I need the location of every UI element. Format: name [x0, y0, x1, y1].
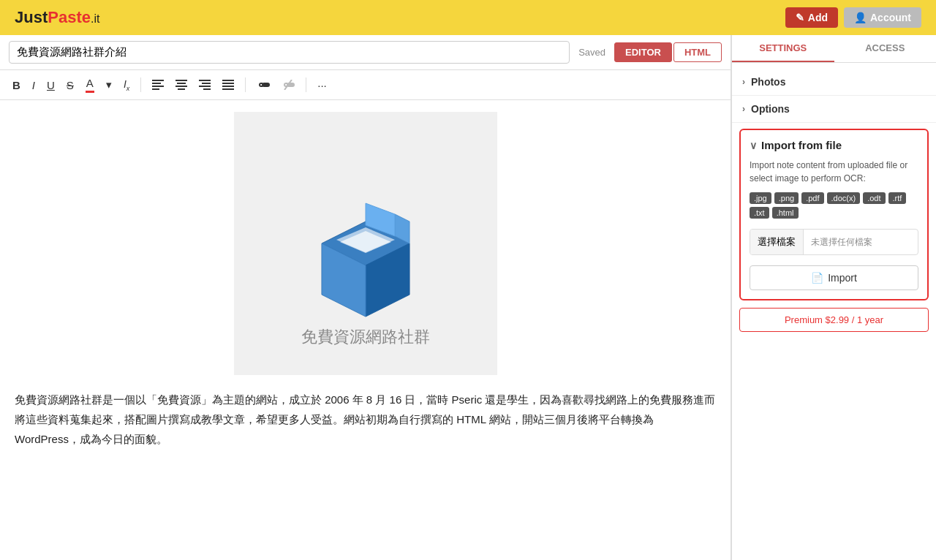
- import-section: ∨ Import from file Import note content f…: [739, 129, 929, 300]
- file-name-label: 未選擇任何檔案: [804, 230, 918, 254]
- font-color-dropdown[interactable]: ▾: [102, 76, 116, 94]
- file-type-odt: .odt: [863, 192, 885, 204]
- toolbar-divider-1: [140, 77, 141, 92]
- font-color-button[interactable]: A: [82, 75, 98, 95]
- svg-rect-6: [176, 86, 187, 87]
- svg-rect-13: [222, 83, 234, 84]
- logo-it: .it: [91, 12, 99, 25]
- svg-rect-12: [222, 80, 234, 81]
- tab-access[interactable]: ACCESS: [834, 35, 937, 62]
- svg-rect-1: [152, 83, 161, 84]
- account-button[interactable]: 👤 Account: [844, 7, 921, 28]
- svg-rect-4: [176, 80, 187, 81]
- title-input[interactable]: [9, 41, 570, 64]
- options-section: › Options: [732, 96, 936, 123]
- import-title: ∨ Import from file: [750, 139, 918, 151]
- import-desc: Import note content from uploaded file o…: [750, 159, 918, 185]
- header: JustPaste.it ✎ Add 👤 Account: [0, 0, 936, 35]
- underline-button[interactable]: U: [43, 77, 58, 94]
- toolbar: B I U S A ▾ Ix: [0, 70, 731, 100]
- header-buttons: ✎ Add 👤 Account: [785, 7, 921, 28]
- svg-text:免費資源網路社群: 免費資源網路社群: [301, 328, 430, 346]
- unlink-button[interactable]: [278, 77, 298, 92]
- align-right-button[interactable]: [195, 77, 214, 92]
- premium-button[interactable]: Premium $2.99 / 1 year: [739, 308, 929, 332]
- title-bar: Saved EDITOR HTML: [0, 35, 731, 70]
- file-type-rtf: .rtf: [888, 192, 907, 204]
- main-layout: Saved EDITOR HTML B I U S A ▾ Ix: [0, 35, 936, 560]
- add-button[interactable]: ✎ Add: [785, 7, 838, 28]
- chevron-right-icon-2: ›: [742, 104, 745, 114]
- photos-label: Photos: [751, 76, 785, 88]
- svg-rect-0: [152, 80, 164, 81]
- align-center-icon: [176, 80, 187, 90]
- tab-settings[interactable]: SETTINGS: [732, 35, 834, 62]
- tab-editor[interactable]: EDITOR: [614, 42, 672, 62]
- svg-rect-2: [152, 86, 164, 87]
- editor-body-text: 免費資源網路社群是一個以「免費資源」為主題的網站，成立於 2006 年 8 月 …: [15, 390, 716, 449]
- content-image: 免費資源網路社群: [249, 126, 483, 360]
- align-left-button[interactable]: [148, 77, 167, 92]
- color-swatch: [86, 91, 94, 93]
- align-left-icon: [152, 80, 164, 90]
- file-chooser: 選擇檔案 未選擇任何檔案: [750, 229, 918, 255]
- svg-rect-7: [178, 88, 185, 90]
- link-icon: [257, 80, 270, 89]
- photos-header[interactable]: › Photos: [732, 69, 936, 95]
- align-center-button[interactable]: [172, 77, 191, 92]
- options-label: Options: [751, 103, 790, 115]
- file-type-html: .html: [772, 207, 799, 219]
- user-icon: 👤: [854, 12, 867, 23]
- right-panel: SETTINGS ACCESS › Photos › Options: [731, 35, 936, 560]
- file-type-docx: .doc(x): [827, 192, 861, 204]
- logo-just: Just: [15, 8, 48, 26]
- file-type-jpg: .jpg: [750, 192, 771, 204]
- saved-label: Saved: [578, 47, 605, 58]
- logo-paste: Paste: [48, 8, 91, 26]
- chevron-right-icon: ›: [742, 77, 745, 87]
- editor-content: 免費資源網路社群 免費資源網路社群是一個以「免費資源」為主題的網站，成立於 20…: [0, 100, 731, 560]
- bold-button[interactable]: B: [9, 77, 24, 94]
- editor-area: Saved EDITOR HTML B I U S A ▾ Ix: [0, 35, 731, 560]
- editor-image-placeholder: 免費資源網路社群: [234, 112, 497, 375]
- svg-rect-5: [177, 83, 186, 84]
- file-import-icon: 📄: [811, 272, 823, 284]
- panel-content: › Photos › Options ∨ Import from file Im…: [732, 63, 936, 560]
- svg-rect-15: [222, 88, 234, 90]
- more-button[interactable]: ···: [314, 77, 331, 94]
- toolbar-divider-3: [306, 77, 306, 92]
- view-tabs: EDITOR HTML: [614, 42, 722, 62]
- toolbar-divider-2: [245, 77, 246, 92]
- edit-icon: ✎: [796, 12, 804, 23]
- photos-section: › Photos: [732, 69, 936, 96]
- chevron-down-icon: ∨: [750, 140, 757, 151]
- options-header[interactable]: › Options: [732, 96, 936, 122]
- svg-rect-11: [203, 88, 211, 90]
- clear-format-button[interactable]: Ix: [120, 76, 133, 94]
- file-types: .jpg .png .pdf .doc(x) .odt .rtf .txt .h…: [750, 192, 918, 219]
- unlink-icon: [282, 80, 295, 90]
- file-type-png: .png: [774, 192, 799, 204]
- svg-rect-10: [199, 86, 211, 87]
- align-right-icon: [199, 80, 211, 90]
- file-type-pdf: .pdf: [801, 192, 823, 204]
- justify-button[interactable]: [219, 77, 238, 92]
- svg-rect-3: [152, 88, 159, 90]
- file-type-txt: .txt: [750, 207, 769, 219]
- editor-image-block: 免費資源網路社群: [15, 112, 716, 375]
- svg-rect-8: [199, 80, 211, 81]
- logo: JustPaste.it: [15, 8, 99, 27]
- strikethrough-button[interactable]: S: [63, 77, 78, 94]
- tab-html[interactable]: HTML: [673, 42, 722, 62]
- svg-rect-9: [202, 83, 211, 84]
- link-button[interactable]: [253, 78, 273, 91]
- panel-tabs: SETTINGS ACCESS: [732, 35, 936, 63]
- import-button[interactable]: 📄 Import: [750, 265, 918, 290]
- italic-button[interactable]: I: [29, 77, 39, 94]
- choose-file-button[interactable]: 選擇檔案: [750, 230, 804, 254]
- justify-icon: [222, 80, 234, 90]
- svg-rect-14: [222, 86, 234, 87]
